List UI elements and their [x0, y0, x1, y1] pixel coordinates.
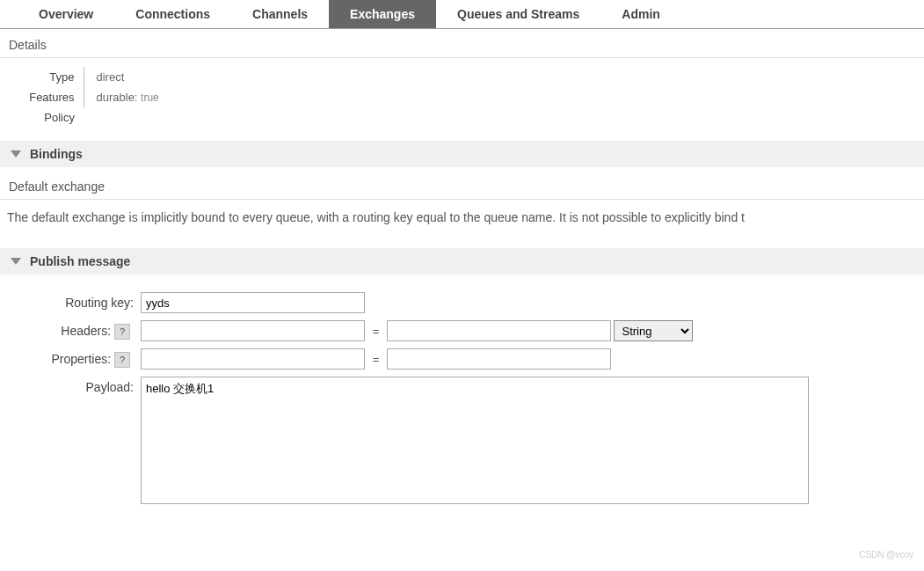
header-type-select[interactable]: String — [614, 320, 693, 341]
equals-sign: = — [368, 325, 384, 338]
detail-label-features: Features — [0, 87, 84, 107]
headers-help-icon[interactable]: ? — [114, 324, 130, 340]
routing-key-input[interactable] — [141, 292, 365, 313]
properties-help-icon[interactable]: ? — [114, 352, 130, 368]
publish-title: Publish message — [30, 254, 130, 268]
bindings-subtitle: Default exchange — [0, 167, 924, 200]
routing-key-label: Routing key: — [9, 292, 141, 313]
publish-section-header[interactable]: Publish message — [0, 248, 924, 275]
headers-label: Headers: ? — [9, 320, 141, 341]
tab-channels[interactable]: Channels — [231, 0, 329, 28]
nav-tabs: Overview Connections Channels Exchanges … — [0, 0, 924, 29]
publish-form: Routing key: Headers: ? = String Propert… — [9, 285, 809, 514]
tab-queues[interactable]: Queues and Streams — [436, 0, 600, 28]
detail-value-features: durable: true — [84, 87, 168, 107]
chevron-down-icon — [11, 150, 21, 157]
feature-key: durable: — [97, 91, 138, 104]
equals-sign: = — [368, 353, 384, 366]
details-heading: Details — [0, 29, 924, 58]
properties-label: Properties: ? — [9, 348, 141, 370]
payload-label: Payload: — [9, 377, 141, 507]
detail-value-type: direct — [84, 67, 168, 87]
feature-value: true — [141, 92, 159, 104]
payload-textarea[interactable] — [141, 377, 809, 504]
tab-exchanges[interactable]: Exchanges — [329, 0, 436, 28]
chevron-down-icon — [11, 258, 21, 265]
tab-admin[interactable]: Admin — [600, 0, 681, 28]
header-key-input[interactable] — [141, 320, 365, 341]
bindings-description: The default exchange is implicitly bound… — [0, 200, 924, 235]
header-value-input[interactable] — [387, 320, 611, 341]
tab-overview[interactable]: Overview — [18, 0, 114, 28]
detail-label-type: Type — [0, 67, 84, 87]
detail-label-policy: Policy — [0, 107, 84, 128]
property-value-input[interactable] — [387, 348, 611, 370]
bindings-title: Bindings — [30, 147, 83, 161]
tab-connections[interactable]: Connections — [114, 0, 231, 28]
property-key-input[interactable] — [141, 348, 365, 370]
bindings-section-header[interactable]: Bindings — [0, 141, 924, 167]
details-table: Type direct Features durable: true Polic… — [0, 67, 168, 128]
